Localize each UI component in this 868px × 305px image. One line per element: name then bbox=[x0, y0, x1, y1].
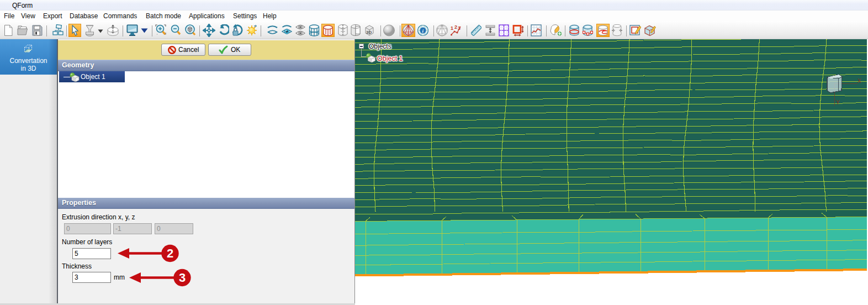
svg-text:3: 3 bbox=[179, 271, 186, 285]
svg-text:3: 3 bbox=[458, 25, 461, 31]
svg-text:3D: 3D bbox=[366, 30, 372, 35]
svg-text:2: 2 bbox=[167, 246, 173, 260]
svg-text:1: 1 bbox=[451, 25, 453, 31]
svg-text:2: 2 bbox=[454, 24, 457, 30]
svg-text:Y: Y bbox=[836, 99, 840, 106]
svg-text:X: X bbox=[858, 78, 861, 84]
